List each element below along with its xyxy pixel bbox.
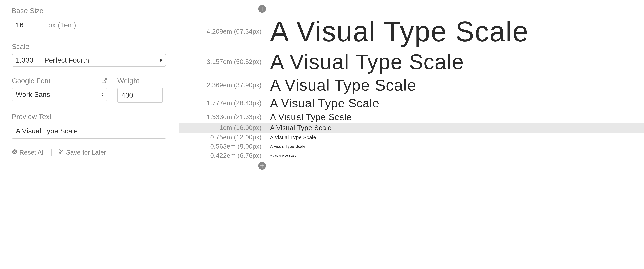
preview-text-group: Preview Text: [12, 113, 167, 139]
sidebar-actions: Reset All Save for Later: [12, 149, 167, 156]
save-for-later-button[interactable]: Save for Later: [58, 149, 106, 156]
scale-label: Scale: [12, 42, 167, 51]
scale-row: 2.369em (37.90px)A Visual Type Scale: [180, 75, 644, 95]
divider: [51, 149, 52, 156]
size-label: 3.157em (50.52px): [180, 58, 270, 65]
size-label: 1.333em (21.33px): [180, 113, 270, 121]
scale-row: 0.75em (12.00px)A Visual Type Scale: [180, 133, 644, 142]
svg-line-5: [62, 152, 63, 154]
sample-text: A Visual Type Scale: [270, 134, 316, 140]
close-circle-icon: [12, 149, 18, 156]
save-for-later-label: Save for Later: [66, 149, 106, 156]
scale-row: 0.422em (6.76px)A Visual Type Scale: [180, 151, 644, 160]
sample-text: A Visual Type Scale: [270, 112, 352, 122]
size-label: 2.369em (37.90px): [180, 82, 270, 89]
sample-text: A Visual Type Scale: [270, 15, 529, 48]
size-label: 0.422em (6.76px): [180, 152, 270, 159]
sample-text: A Visual Type Scale: [270, 50, 464, 74]
scale-row: 4.209em (67.34px)A Visual Type Scale: [180, 14, 644, 49]
scale-rows: 4.209em (67.34px)A Visual Type Scale3.15…: [180, 14, 644, 160]
scissors-icon: [58, 149, 64, 156]
sample-text: A Visual Type Scale: [270, 76, 416, 94]
font-select[interactable]: Work Sans: [12, 88, 107, 101]
weight-input[interactable]: [118, 88, 163, 103]
weight-label: Weight: [118, 77, 163, 85]
scale-row: 1.333em (21.33px)A Visual Type Scale: [180, 111, 644, 123]
scale-row: 3.157em (50.52px)A Visual Type Scale: [180, 49, 644, 75]
scale-select[interactable]: 1.333 — Perfect Fourth: [12, 54, 166, 67]
size-label: 4.209em (67.34px): [180, 28, 270, 35]
size-label: 1em (16.00px): [180, 124, 270, 131]
sample-text: A Visual Type Scale: [270, 144, 306, 149]
base-size-input[interactable]: [12, 18, 45, 32]
reset-all-button[interactable]: Reset All: [12, 149, 44, 156]
size-label: 0.75em (12.00px): [180, 134, 270, 141]
base-size-label: Base Size: [12, 7, 167, 15]
sidebar: Base Size px (1em) Scale 1.333 — Perfect…: [0, 0, 180, 269]
svg-line-6: [60, 151, 61, 152]
scale-row: 1.777em (28.43px)A Visual Type Scale: [180, 95, 644, 111]
size-label: 1.777em (28.43px): [180, 99, 270, 107]
reset-all-label: Reset All: [20, 149, 44, 156]
font-weight-group: Google Font Work Sans Weight: [12, 77, 167, 103]
scale-row: 1em (16.00px)A Visual Type Scale: [180, 123, 644, 133]
main: + 4.209em (67.34px)A Visual Type Scale3.…: [180, 0, 644, 269]
add-size-top-button[interactable]: +: [258, 5, 266, 13]
external-link-icon[interactable]: [101, 77, 107, 84]
preview-text-input[interactable]: [12, 124, 166, 139]
preview-text-label: Preview Text: [12, 113, 167, 121]
base-size-group: Base Size px (1em): [12, 7, 167, 32]
size-label: 0.563em (9.00px): [180, 143, 270, 150]
sample-text: A Visual Type Scale: [270, 124, 332, 132]
add-size-bottom-button[interactable]: +: [258, 162, 266, 170]
svg-line-0: [104, 78, 107, 81]
sample-text: A Visual Type Scale: [270, 96, 379, 110]
google-font-label: Google Font: [12, 77, 50, 85]
base-size-suffix: px (1em): [48, 21, 76, 29]
sample-text: A Visual Type Scale: [270, 154, 296, 157]
scale-row: 0.563em (9.00px)A Visual Type Scale: [180, 142, 644, 151]
scale-group: Scale 1.333 — Perfect Fourth: [12, 42, 167, 67]
